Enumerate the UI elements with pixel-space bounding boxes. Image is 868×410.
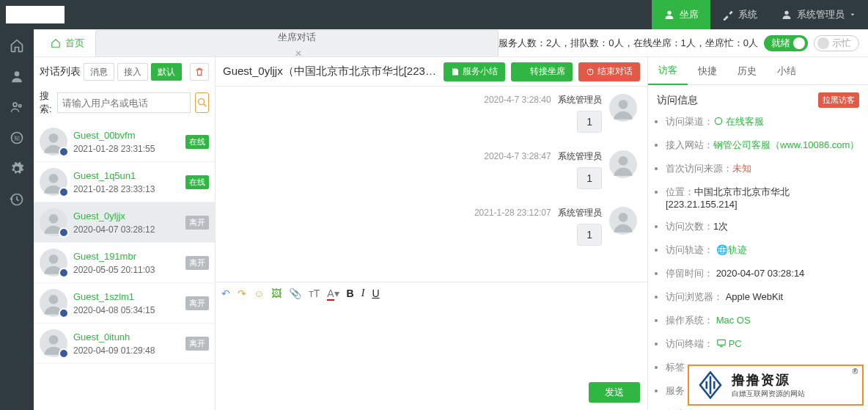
redo-icon[interactable]: ↷ <box>238 288 246 299</box>
visitor-info-title: 访问信息 <box>657 94 698 107</box>
nav-people-icon[interactable] <box>10 100 24 114</box>
toggle-ready[interactable]: 就绪 <box>764 35 808 51</box>
conversation-name: Guest_1szlm1 <box>73 291 180 302</box>
topbar-seat-button[interactable]: 坐席 <box>652 0 710 29</box>
svg-point-16 <box>619 156 628 166</box>
svg-point-2 <box>15 71 20 76</box>
message-area[interactable]: 2020-4-7 3:28:40 系统管理员12020-4-7 3:28:47 … <box>216 87 647 282</box>
italic-icon[interactable]: I <box>361 288 365 299</box>
info-os: 操作系统： Mac OS <box>666 314 861 327</box>
home-icon <box>51 38 61 48</box>
topbar-system-label: 系统 <box>738 8 757 21</box>
service-summary-button[interactable]: 服务小结 <box>444 62 505 81</box>
conversation-item[interactable]: Guest_00bvfm2021-01-28 23:31:55 在线 <box>34 122 215 162</box>
tab-bar: 首页 坐席对话 ✕ 服务人数：2人，排队数：0人，在线坐席：1人，坐席忙：0人 … <box>34 29 868 57</box>
chevron-down-icon <box>849 9 856 21</box>
rtab-visitor[interactable]: 访客 <box>648 57 688 85</box>
status-badge: 离开 <box>185 256 209 270</box>
conversation-item[interactable]: Guest_191mbr2020-05-05 20:11:03 离开 <box>34 243 215 283</box>
conversation-name: Guest_0yljjx <box>73 211 180 222</box>
wrench-icon <box>722 9 734 21</box>
status-dot-icon <box>59 187 69 197</box>
conversation-name: Guest_00bvfm <box>73 130 180 141</box>
rtab-history[interactable]: 历史 <box>727 57 767 85</box>
chat-header: Guest_0yljjx（中国北京市北京市华北[223.21.155. 服务小结… <box>216 57 647 87</box>
nav-home-icon[interactable] <box>10 38 24 53</box>
attach-icon[interactable]: 📎 <box>289 288 301 299</box>
watermark: 撸撸资源 白嫖互联网资源的网站 ® <box>688 365 864 406</box>
avatar <box>609 207 637 235</box>
status-dot-icon <box>59 308 69 318</box>
nav-history-icon[interactable] <box>10 192 24 207</box>
font-color-icon[interactable]: A▾ <box>327 288 339 299</box>
conversation-item[interactable]: Guest_0itunh2020-04-09 01:29:48 离开 <box>34 323 215 364</box>
svg-point-12 <box>49 295 59 304</box>
message-bubble: 1 <box>577 111 602 133</box>
status-text: 服务人数：2人，排队数：0人，在线坐席：1人，坐席忙：0人 <box>499 37 758 50</box>
editor-input[interactable] <box>216 304 647 378</box>
avatar <box>40 128 67 155</box>
svg-point-18 <box>715 117 721 124</box>
end-chat-button[interactable]: 结束对话 <box>578 62 640 81</box>
nav-settings-icon[interactable] <box>10 161 24 176</box>
bold-icon[interactable]: B <box>347 288 354 299</box>
status-dot-icon <box>59 227 69 238</box>
topbar-seat-label: 坐席 <box>680 8 699 21</box>
conversation-list-panel: 对话列表 消息 接入 默认 搜索: Guest_00bvfm2021-01-28… <box>34 57 216 410</box>
emoji-icon[interactable]: ☺ <box>254 288 264 299</box>
info-visits: 访问次数：1次 <box>666 220 861 233</box>
svg-point-7 <box>198 99 204 105</box>
conversation-name: Guest_1q5un1 <box>73 170 180 181</box>
toggle-busy[interactable]: 示忙 <box>814 35 859 51</box>
font-size-icon[interactable]: тT <box>309 288 320 299</box>
svg-point-9 <box>49 174 59 183</box>
send-button[interactable]: 发送 <box>589 382 640 403</box>
conversation-name: Guest_191mbr <box>73 251 180 262</box>
search-button[interactable] <box>195 92 209 113</box>
watermark-logo-icon <box>695 370 726 400</box>
svg-point-17 <box>619 213 628 222</box>
info-site: 接入网站：钢管公司客服（www.10086.com） <box>666 139 861 152</box>
filter-message-button[interactable]: 消息 <box>84 63 114 81</box>
svg-point-8 <box>49 133 59 143</box>
transfer-seat-button[interactable]: 转接坐席 <box>511 62 573 81</box>
info-track: 访问轨迹： 🌐轨迹 <box>666 244 861 257</box>
conversation-item[interactable]: Guest_1szlm12020-04-08 05:34:15 离开 <box>34 283 215 323</box>
image-icon[interactable]: 🖼 <box>271 288 282 299</box>
conversation-time: 2020-04-08 05:34:15 <box>73 305 180 315</box>
visitor-info-panel: 访客 快捷 历史 小结 访问信息 拉黑访客 访问渠道：在线客服 接入网站：钢管公… <box>648 57 868 410</box>
rtab-quick[interactable]: 快捷 <box>688 57 727 85</box>
delete-button[interactable] <box>190 63 209 81</box>
nav-user-icon[interactable] <box>10 69 24 84</box>
svg-point-4 <box>19 105 21 107</box>
note-icon <box>451 67 460 76</box>
search-input[interactable] <box>57 92 191 113</box>
conversation-item[interactable]: Guest_1q5un12021-01-28 23:33:13 在线 <box>34 162 215 202</box>
info-browser: 访问浏览器： Apple WebKit <box>666 290 861 304</box>
tab-chat[interactable]: 坐席对话 ✕ <box>95 30 499 56</box>
avatar <box>609 150 637 178</box>
status-badge: 离开 <box>185 216 209 230</box>
topbar-admin-button[interactable]: 系统管理员 <box>769 0 868 29</box>
toggle-ready-label: 就绪 <box>771 37 790 50</box>
nav-knowledge-icon[interactable]: 知 <box>10 131 24 145</box>
watermark-subtitle: 白嫖互联网资源的网站 <box>732 389 805 399</box>
rtab-summary[interactable]: 小结 <box>767 57 806 85</box>
left-nav-rail: 知 <box>0 29 34 410</box>
underline-icon[interactable]: U <box>372 288 379 299</box>
info-source: 首次访问来源：未知 <box>666 162 861 175</box>
message: 2020-4-7 3:28:47 系统管理员1 <box>226 150 637 189</box>
undo-icon[interactable]: ↶ <box>221 288 230 299</box>
avatar <box>40 329 67 357</box>
conversation-item[interactable]: Guest_0yljjx2020-04-07 03:28:12 离开 <box>34 202 215 243</box>
blacklist-button[interactable]: 拉黑访客 <box>818 92 859 108</box>
filter-default-button[interactable]: 默认 <box>151 63 182 81</box>
avatar <box>40 289 67 317</box>
convlist-title: 对话列表 <box>40 65 81 78</box>
topbar-system-button[interactable]: 系统 <box>710 0 769 29</box>
conversation-list[interactable]: Guest_00bvfm2021-01-28 23:31:55 在线 Guest… <box>34 122 215 410</box>
svg-point-0 <box>667 11 671 15</box>
filter-join-button[interactable]: 接入 <box>117 63 148 81</box>
tab-home[interactable]: 首页 <box>40 30 95 56</box>
status-badge: 离开 <box>185 337 209 351</box>
